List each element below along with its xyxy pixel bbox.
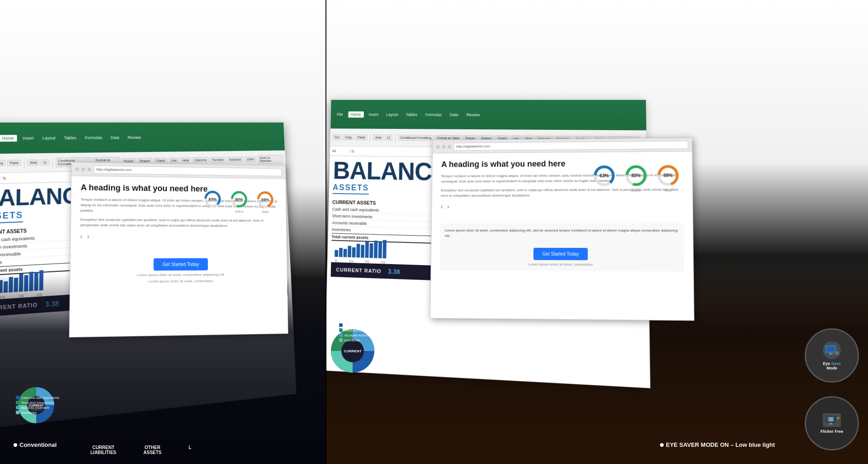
tab-formulas-left[interactable]: Formulas (82, 134, 105, 141)
bar-6 (9, 277, 13, 292)
rbar-1 (335, 250, 338, 257)
left-monitor: File Home Insert Layout Tables Formulas … (0, 0, 326, 464)
conventional-text: Conventional (19, 441, 57, 448)
cell-ref-right: A1 (332, 149, 349, 153)
ribbon-left: File Home Insert Layout Tables Formulas … (0, 123, 285, 154)
cell-ref-left: A1 (0, 176, 0, 181)
tab-insert-left[interactable]: Insert (19, 135, 37, 142)
legend-dot-4 (16, 411, 19, 414)
eye-icon (823, 341, 841, 359)
eye-saver-text: EYE SAVER MODE ON – Low blue light (666, 441, 775, 448)
nav-next-right[interactable]: › (447, 203, 449, 210)
ribbon-right: File Home Insert Layout Tables Formulas … (330, 100, 646, 130)
svg-text:63%: 63% (208, 197, 217, 201)
outcome-tool[interactable]: Outcome (192, 157, 209, 163)
rbar-2 (339, 248, 343, 257)
autosum-tool[interactable]: AutoSum (227, 156, 243, 162)
tab-review-left[interactable]: Review (125, 134, 144, 140)
legend-item-2: Short-term Investments (16, 401, 59, 404)
zoom-selection-tool[interactable]: Zoom to Selection (257, 155, 283, 164)
donut-container-left: 63% 80% Active (203, 189, 275, 213)
rdot-2 (442, 145, 446, 148)
label-l: L (189, 445, 191, 455)
tab-data-right[interactable]: Data (447, 111, 461, 118)
tab-layout-left[interactable]: Layout (39, 134, 58, 141)
browser-footer2-left: Lorem ipsum dolor sit amet, consectetur (80, 279, 278, 284)
rbar-12 (382, 240, 386, 259)
formula-text-left: fx (3, 175, 6, 180)
legend-dot-2 (16, 401, 19, 404)
browser-nav-left: ‹ › (80, 232, 278, 240)
cta-button-right[interactable]: Get Started Today (533, 248, 588, 260)
flicker-free-text: Flicker Free (821, 429, 844, 434)
paste-tool-r[interactable]: Paste (355, 134, 368, 140)
tab-tables-right[interactable]: Tables (403, 111, 420, 118)
tab-review-right[interactable]: Review (464, 111, 482, 118)
font-tool-r[interactable]: Arial (373, 135, 383, 141)
rlegend-2: Short-term Investments (339, 328, 382, 332)
browser-cta-area-left: Get Started Today (80, 254, 278, 271)
function-tool[interactable]: Function (210, 157, 226, 163)
browser-url-left[interactable]: http://digitalworld.com (94, 165, 282, 176)
bar-4 (0, 280, 3, 293)
copy-tool-r[interactable]: Copy (343, 134, 354, 140)
bar-7 (14, 278, 19, 292)
tab-home-right[interactable]: Home (348, 111, 363, 118)
rbar-7 (361, 245, 364, 258)
donut-container-right: 63% 80% Active (592, 163, 681, 192)
rbar-6 (356, 244, 360, 258)
size-tool[interactable]: 11 (41, 159, 49, 166)
label-other-assets: OTHER ASSETS (143, 445, 161, 455)
browser-nav-right: ‹ › (441, 203, 684, 210)
nav-prev-right[interactable]: ‹ (441, 203, 443, 210)
tab-data-left[interactable]: Data (108, 134, 123, 141)
donut-3-left: 69% Back (255, 189, 275, 213)
heat-tool[interactable]: Heat (180, 157, 191, 163)
conventional-label: Conventional (14, 441, 57, 448)
assets-title-left: ASSETS (0, 210, 23, 224)
flicker-free-badge: + Flicker Free (805, 396, 859, 450)
eye-save-text: Eye Save Mode (823, 361, 841, 370)
cut-tool-r[interactable]: Cut (332, 134, 341, 140)
right-cta-area: Get Started Today (444, 243, 679, 260)
tab-formulas-right[interactable]: Formulas (423, 111, 445, 118)
cta-button-left[interactable]: Get Started Today (153, 258, 208, 270)
bottom-labels-left: CURRENT LIABILITIES OTHER ASSETS L (90, 445, 191, 455)
svg-text:CURRENT: CURRENT (344, 349, 361, 353)
svg-text:+: + (837, 416, 840, 421)
charts-tool[interactable]: Charts (154, 158, 167, 164)
rdot-1 (436, 145, 440, 148)
tab-layout-right[interactable]: Layout (384, 111, 401, 118)
donut-3-right: 69% Back (656, 163, 681, 192)
browser-popup-right: http://digitalworld.com 63% (430, 137, 694, 321)
zoom-tool[interactable]: 100% (245, 156, 256, 162)
rlegend-dot-4 (339, 338, 343, 342)
nav-prev-left[interactable]: ‹ (80, 232, 82, 240)
tab-insert-right[interactable]: Insert (366, 111, 381, 118)
line-tool[interactable]: Line (169, 157, 179, 163)
donut-2-right: 80% Active (623, 163, 649, 192)
bar-11 (34, 272, 38, 291)
rlegend-3: Accounts receivable (339, 333, 382, 337)
font-tool[interactable]: Arial (28, 160, 39, 166)
assets-title-right: ASSETS (333, 183, 369, 194)
copy-tool[interactable]: Copy (0, 160, 6, 166)
browser-text2-left: Excepteur sint occaecat cupidatat non pr… (80, 217, 278, 229)
browser-dot-2 (81, 167, 85, 171)
svg-text:63%: 63% (599, 173, 609, 178)
monitor-separator (326, 0, 326, 464)
browser-url-right[interactable]: http://digitalworld.com (453, 141, 689, 151)
legend-item-4: Inventories (16, 411, 59, 414)
tab-file-right[interactable]: File (334, 111, 345, 118)
tab-tables-left[interactable]: Tables (61, 134, 79, 141)
paste-tool[interactable]: Paste (7, 160, 21, 166)
tab-home-left[interactable]: Home (0, 135, 17, 142)
size-tool-r[interactable]: 11 (385, 135, 392, 141)
bar-9 (24, 275, 28, 291)
nav-next-left[interactable]: › (87, 232, 89, 240)
rlegend-dot-3 (339, 333, 343, 337)
cond-format-r[interactable]: Conditional Formatting (398, 135, 434, 141)
eye-save-badge: Eye Save Mode (805, 328, 859, 383)
bar-10 (29, 272, 33, 291)
browser-popup-left: http://digitalworld.com 63% (69, 162, 288, 337)
